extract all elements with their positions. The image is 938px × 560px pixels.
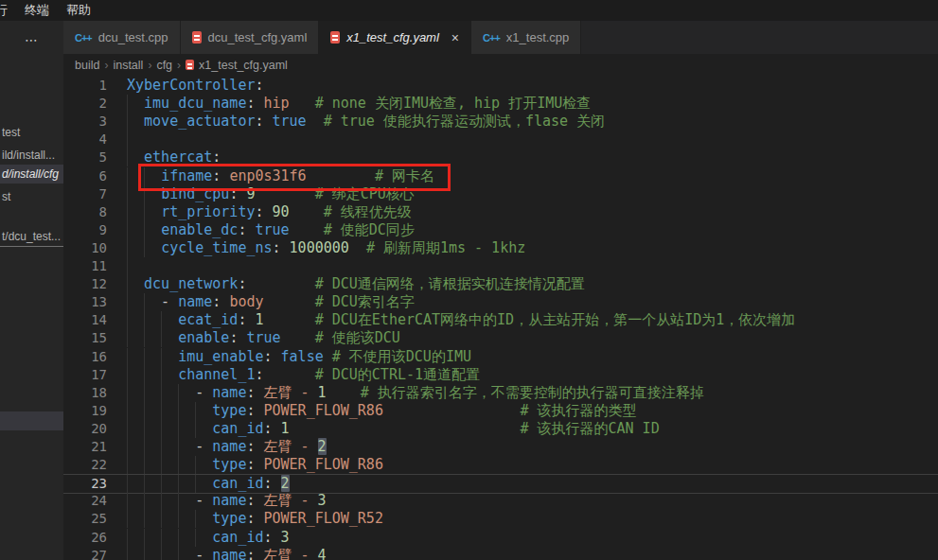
- code-token: can_id: [212, 420, 263, 437]
- gutter-line-number[interactable]: 26: [69, 529, 107, 547]
- gutter-line-number[interactable]: 2: [69, 95, 107, 113]
- code-line-11[interactable]: 11: [63, 257, 938, 275]
- gutter-line-number[interactable]: 9: [69, 221, 107, 239]
- gutter-line-number[interactable]: 7: [69, 185, 107, 203]
- code-line-1[interactable]: 1XyberController:: [63, 77, 938, 95]
- code-token: move_actuator: [144, 113, 255, 130]
- code-line-content: type: POWER_FLOW_R86: [127, 456, 383, 474]
- code-line-26[interactable]: 26 can_id: 3: [63, 529, 938, 547]
- gutter-line-number[interactable]: 16: [69, 348, 107, 366]
- gutter-line-number[interactable]: 18: [69, 384, 107, 402]
- more-actions-icon[interactable]: ⋯: [25, 32, 39, 47]
- code-line-24[interactable]: 24 - name: 左臂 - 3: [63, 492, 938, 510]
- breadcrumb-item[interactable]: cfg: [156, 59, 172, 72]
- code-token: ethercat: [144, 149, 212, 166]
- code-line-5[interactable]: 5 ethercat:: [63, 149, 938, 166]
- code-line-12[interactable]: 12 dcu_network: # DCU通信网络，请根据实机连接情况配置: [63, 275, 938, 293]
- gutter-line-number[interactable]: 8: [69, 203, 107, 221]
- gutter-line-number[interactable]: 5: [69, 149, 107, 166]
- breadcrumb-file[interactable]: x1_test_cfg.yaml: [199, 59, 288, 72]
- code-line-4[interactable]: 4: [63, 131, 938, 149]
- breadcrumb-item[interactable]: install: [113, 59, 143, 72]
- code-token: :: [255, 77, 263, 94]
- yaml-file-icon: [330, 31, 340, 44]
- gutter-line-number[interactable]: 11: [69, 257, 107, 275]
- tab-dcu_test.cpp[interactable]: C++dcu_test.cpp: [63, 21, 181, 54]
- sidebar-item-4[interactable]: t/dcu_test...: [0, 227, 63, 246]
- code-line-17[interactable]: 17 channel_1: # DCU的CTRL-1通道配置: [63, 366, 938, 384]
- code-token: :: [264, 348, 281, 365]
- menu-item-1[interactable]: 终端: [16, 2, 58, 19]
- gutter-line-number[interactable]: 10: [69, 239, 107, 257]
- code-line-23[interactable]: 23 can_id: 2: [63, 474, 938, 494]
- sidebar-item-3[interactable]: st: [0, 187, 63, 206]
- gutter-line-number[interactable]: 13: [69, 293, 107, 311]
- gutter-line-number[interactable]: 14: [69, 311, 107, 329]
- gutter-line-number[interactable]: 27: [69, 547, 107, 560]
- sidebar-item-2[interactable]: d/install/cfg: [0, 165, 63, 184]
- gutter-line-number[interactable]: 4: [69, 131, 107, 149]
- code-line-20[interactable]: 20 can_id: 1 # 该执行器的CAN ID: [63, 420, 938, 438]
- code-token: rt_priority: [161, 203, 255, 220]
- tab-x1_test.cpp[interactable]: C++x1_test.cpp: [471, 21, 581, 54]
- tab-x1_test_cfg.yaml[interactable]: x1_test_cfg.yaml×: [319, 21, 471, 54]
- gutter-line-number[interactable]: 12: [69, 275, 107, 293]
- gutter-line-number[interactable]: 1: [69, 77, 107, 95]
- sidebar-selected-row[interactable]: [0, 411, 63, 430]
- code-line-21[interactable]: 21 - name: 左臂 - 2: [63, 438, 938, 456]
- code-token: :: [238, 311, 255, 328]
- code-token: [127, 275, 144, 292]
- gutter-line-number[interactable]: 24: [69, 492, 107, 510]
- gutter-line-number[interactable]: 20: [69, 420, 107, 438]
- close-icon[interactable]: ×: [451, 31, 459, 44]
- gutter-line-number[interactable]: 22: [69, 456, 107, 474]
- code-line-2[interactable]: 2 imu_dcu_name: hip # none 关闭IMU检查, hip …: [63, 95, 938, 113]
- sidebar-item-0[interactable]: test: [0, 123, 63, 142]
- gutter-line-number[interactable]: 19: [69, 402, 107, 420]
- breadcrumb-separator-icon: ›: [104, 59, 108, 72]
- code-token: [307, 113, 324, 130]
- tab-dcu_test_cfg.yaml[interactable]: dcu_test_cfg.yaml: [181, 21, 320, 54]
- code-line-19[interactable]: 19 type: POWER_FLOW_R86 # 该执行器的类型: [63, 402, 938, 420]
- code-line-14[interactable]: 14 ecat_id: 1 # DCU在EtherCAT网络中的ID，从主站开始…: [63, 311, 938, 329]
- code-line-9[interactable]: 9 enable_dc: true # 使能DC同步: [63, 221, 938, 239]
- menu-item-2[interactable]: 帮助: [58, 2, 99, 19]
- code-line-13[interactable]: 13 - name: body # DCU索引名字: [63, 293, 938, 311]
- code-token: name: [212, 492, 246, 509]
- code-line-3[interactable]: 3 move_actuator: true # true 使能执行器运动测试，f…: [63, 113, 938, 131]
- code-line-content: can_id: 2: [127, 475, 290, 493]
- gutter-line-number[interactable]: 17: [69, 366, 107, 384]
- breadcrumb-item[interactable]: build: [75, 59, 99, 72]
- code-token: # 使能该DCU: [315, 329, 400, 346]
- code-line-15[interactable]: 15 enable: true # 使能该DCU: [63, 329, 938, 347]
- code-line-content: ifname: enp0s31f6 # 网卡名: [127, 167, 434, 185]
- gutter-line-number[interactable]: 15: [69, 329, 107, 347]
- tab-label: x1_test_cfg.yaml: [346, 30, 439, 44]
- sidebar-item-1[interactable]: ild/install...: [0, 146, 63, 165]
- code-line-8[interactable]: 8 rt_priority: 90 # 线程优先级: [63, 203, 938, 221]
- code-token: type: [212, 402, 246, 419]
- gutter-line-number[interactable]: 3: [69, 113, 107, 131]
- gutter-line-number[interactable]: 23: [69, 475, 107, 493]
- code-line-25[interactable]: 25 type: POWER_FLOW_R52: [63, 510, 938, 528]
- code-line-27[interactable]: 27 - name: 左臂 - 4: [63, 547, 938, 560]
- menu-item-0[interactable]: 行: [0, 2, 16, 19]
- code-editor[interactable]: 1XyberController:2 imu_dcu_name: hip # n…: [63, 77, 938, 560]
- code-line-7[interactable]: 7 bind_cpu: 9 # 绑定CPU核心: [63, 185, 938, 203]
- code-line-22[interactable]: 22 type: POWER_FLOW_R86: [63, 456, 938, 474]
- code-line-10[interactable]: 10 cycle_time_ns: 1000000 # 刷新周期1ms - 1k…: [63, 239, 938, 257]
- code-token: [324, 348, 332, 365]
- code-line-content: - name: 左臂 - 2: [127, 438, 327, 456]
- code-line-16[interactable]: 16 imu_enable: false # 不使用该DCU的IMU: [63, 348, 938, 366]
- code-line-content: channel_1: # DCU的CTRL-1通道配置: [127, 366, 480, 384]
- code-token: XyberController: [127, 77, 255, 94]
- gutter-line-number[interactable]: 25: [69, 510, 107, 528]
- code-line-18[interactable]: 18 - name: 左臂 - 1 # 执行器索引名字，不需要控制的执行器可直接…: [63, 384, 938, 402]
- gutter-line-number[interactable]: 21: [69, 438, 107, 456]
- code-token: :: [229, 329, 246, 346]
- indent-guide: [127, 131, 128, 149]
- gutter-line-number[interactable]: 6: [69, 167, 107, 185]
- code-line-6[interactable]: 6 ifname: enp0s31f6 # 网卡名: [63, 167, 938, 185]
- code-token: :: [255, 203, 272, 220]
- code-token: :: [246, 384, 263, 401]
